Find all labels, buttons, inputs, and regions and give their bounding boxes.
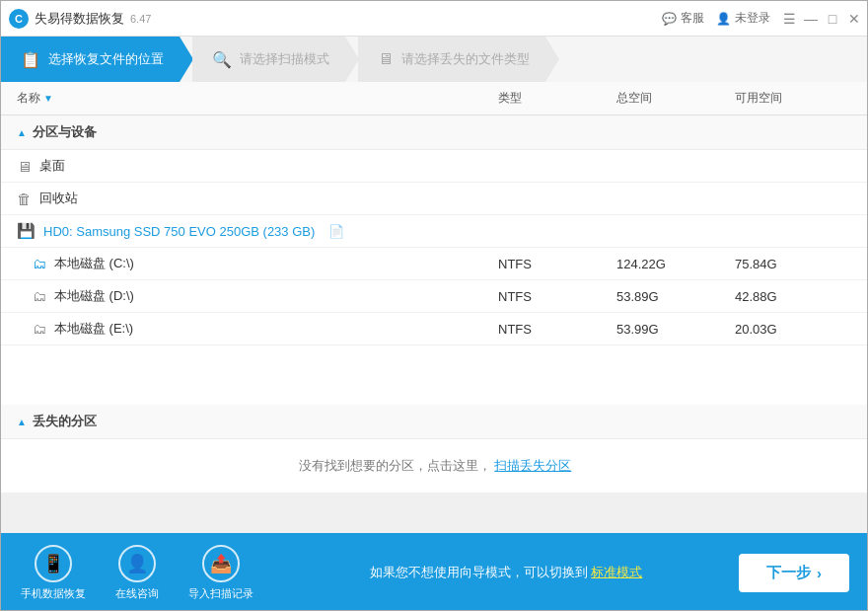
driveC-free: 75.84G (735, 257, 853, 271)
hd0-file-icon: 📄 (328, 224, 344, 239)
wizard-step1-icon: 📋 (21, 50, 40, 69)
driveE-total: 53.99G (616, 322, 735, 337)
tool-mobile[interactable]: 📱 手机数据恢复 (21, 545, 86, 601)
service-button[interactable]: 💬 客服 (662, 10, 704, 27)
table-row[interactable]: 🗂 本地磁盘 (D:\) NTFS 53.89G 42.88G (1, 280, 868, 313)
table-row[interactable]: 🗂 本地磁盘 (E:\) NTFS 53.99G 20.03G (1, 313, 868, 345)
mobile-icon: 📱 (35, 545, 72, 582)
wizard-step-2[interactable]: 🔍 请选择扫描模式 (192, 37, 359, 82)
hd0-label: HD0: Samsung SSD 750 EVO 250GB (233 GB) (43, 224, 315, 239)
bottom-bar: 📱 手机数据恢复 👤 在线咨询 📤 导入扫描记录 如果您不想使用向导模式，可以切… (1, 533, 868, 611)
row-desktop-name: 🖥 桌面 (17, 157, 498, 175)
next-label: 下一步 (766, 564, 811, 582)
tool-online[interactable]: 👤 在线咨询 (109, 545, 165, 601)
lost-section-toggle-icon[interactable]: ▲ (17, 417, 27, 427)
online-icon: 👤 (118, 545, 156, 582)
main-content: 名称 ▼ 类型 总空间 可用空间 ▲ 分区与设备 🖥 桌面 (1, 82, 868, 493)
wizard-step2-icon: 🔍 (212, 50, 232, 69)
row-hd0-name: 💾 HD0: Samsung SSD 750 EVO 250GB (233 GB… (17, 222, 498, 240)
desktop-icon: 🖥 (17, 158, 32, 175)
app-version: 6.47 (130, 13, 151, 25)
lost-partition-section: ▲ 丢失的分区 没有找到想要的分区，点击这里， 扫描丢失分区 (1, 405, 868, 493)
lost-section-title: 丢失的分区 (33, 413, 97, 430)
driveD-type: NTFS (498, 289, 616, 304)
driveE-label: 本地磁盘 (E:\) (54, 320, 133, 338)
col-type: 类型 (498, 90, 616, 107)
col-free: 可用空间 (735, 90, 853, 107)
partition-d-icon: 🗂 (33, 288, 46, 304)
partition-section-title: 分区与设备 (33, 123, 97, 141)
title-right: 💬 客服 👤 未登录 ☰ — □ ✕ (662, 10, 861, 27)
bottom-tools: 📱 手机数据恢复 👤 在线咨询 📤 导入扫描记录 (21, 545, 253, 601)
import-label: 导入扫描记录 (188, 586, 253, 601)
hdd-icon: 💾 (17, 222, 36, 240)
app-name: 失易得数据恢复 (35, 10, 124, 28)
wizard-step3-icon: 🖥 (378, 50, 394, 68)
wizard-step-3[interactable]: 🖥 请选择丢失的文件类型 (358, 37, 559, 82)
service-label: 客服 (681, 10, 704, 27)
section-toggle-icon[interactable]: ▲ (17, 127, 27, 138)
driveE-type: NTFS (498, 322, 616, 337)
lost-msg: 没有找到想要的分区，点击这里， 扫描丢失分区 (1, 439, 868, 493)
content-scroll-area: 名称 ▼ 类型 总空间 可用空间 ▲ 分区与设备 🖥 桌面 (1, 82, 868, 533)
mobile-label: 手机数据恢复 (21, 586, 86, 601)
row-recycle-name: 🗑 回收站 (17, 190, 498, 207)
online-label: 在线咨询 (115, 586, 159, 601)
lost-msg-text: 没有找到想要的分区，点击这里 (299, 458, 478, 473)
driveD-free: 42.88G (735, 289, 853, 304)
table-row[interactable]: 🗑 回收站 (1, 183, 868, 215)
driveC-type: NTFS (498, 257, 616, 271)
partition-section-header: ▲ 分区与设备 (1, 115, 868, 150)
sort-icon[interactable]: ▼ (43, 93, 53, 104)
recycle-label: 回收站 (39, 190, 78, 207)
tool-import[interactable]: 📤 导入扫描记录 (188, 545, 253, 601)
table-row[interactable]: 💾 HD0: Samsung SSD 750 EVO 250GB (233 GB… (1, 215, 868, 248)
wizard-step-1[interactable]: 📋 选择恢复文件的位置 (1, 37, 193, 82)
recycle-icon: 🗑 (17, 191, 32, 207)
desktop-label: 桌面 (39, 157, 65, 175)
service-icon: 💬 (662, 12, 677, 26)
user-label: 未登录 (735, 10, 770, 27)
import-icon: 📤 (202, 545, 240, 582)
title-left: C 失易得数据恢复 6.47 (9, 9, 151, 29)
driveE-free: 20.03G (735, 322, 853, 337)
partition-c-icon: 🗂 (33, 256, 46, 271)
hint-link[interactable]: 标准模式 (591, 565, 642, 579)
close-button[interactable]: ✕ (847, 12, 861, 26)
driveD-total: 53.89G (616, 289, 735, 304)
table-header: 名称 ▼ 类型 总空间 可用空间 (1, 82, 868, 115)
lost-section-header: ▲ 丢失的分区 (1, 405, 868, 439)
maximize-button[interactable]: □ (826, 12, 839, 26)
table-row[interactable]: 🖥 桌面 (1, 150, 868, 183)
driveC-label: 本地磁盘 (C:\) (54, 255, 134, 272)
col-name-label: 名称 (17, 90, 40, 107)
wizard-bar: 📋 选择恢复文件的位置 🔍 请选择扫描模式 🖥 请选择丢失的文件类型 (1, 37, 868, 82)
window-controls: ☰ — □ ✕ (782, 12, 861, 26)
wizard-step3-label: 请选择丢失的文件类型 (401, 50, 530, 68)
row-driveD-name: 🗂 本地磁盘 (D:\) (33, 287, 498, 305)
next-button[interactable]: 下一步 › (739, 554, 849, 592)
app-logo: C (9, 9, 29, 29)
user-button[interactable]: 👤 未登录 (716, 10, 770, 27)
col-name: 名称 ▼ (17, 90, 498, 107)
driveD-label: 本地磁盘 (D:\) (54, 287, 134, 305)
minimize-button[interactable]: — (804, 12, 818, 26)
driveC-total: 124.22G (616, 257, 735, 271)
bottom-hint: 如果您不想使用向导模式，可以切换到 标准模式 (253, 564, 739, 581)
scan-lost-link[interactable]: 扫描丢失分区 (494, 458, 571, 473)
menu-button[interactable]: ☰ (782, 12, 796, 26)
partition-e-icon: 🗂 (33, 321, 46, 337)
row-driveC-name: 🗂 本地磁盘 (C:\) (33, 255, 498, 272)
wizard-step1-label: 选择恢复文件的位置 (48, 50, 164, 68)
wizard-step2-label: 请选择扫描模式 (240, 50, 329, 68)
user-icon: 👤 (716, 12, 731, 26)
table-row[interactable]: 🗂 本地磁盘 (C:\) NTFS 124.22G 75.84G (1, 248, 868, 280)
next-arrow: › (817, 565, 822, 581)
title-bar: C 失易得数据恢复 6.47 💬 客服 👤 未登录 ☰ — □ ✕ (1, 1, 868, 37)
col-total: 总空间 (616, 90, 735, 107)
row-driveE-name: 🗂 本地磁盘 (E:\) (33, 320, 498, 338)
hint-prefix: 如果您不想使用向导模式，可以切换到 (370, 565, 588, 579)
